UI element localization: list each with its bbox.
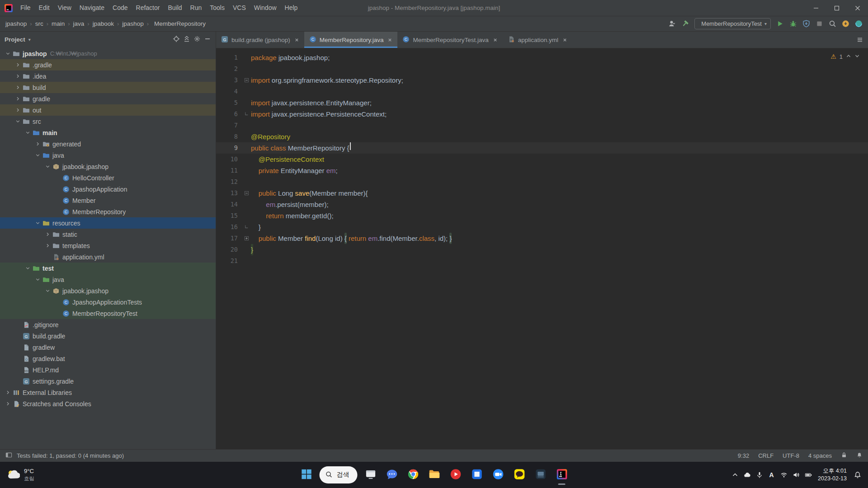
chevron-open-icon[interactable]: [14, 118, 22, 124]
chevron-open-icon[interactable]: [43, 288, 52, 294]
code-line-3[interactable]: 3import org.springframework.stereotype.R…: [216, 75, 868, 86]
maximize-button[interactable]: [826, 0, 847, 16]
menu-vcs[interactable]: VCS: [229, 0, 250, 16]
code-line-12[interactable]: 12: [216, 176, 868, 188]
next-problem-icon[interactable]: [854, 53, 860, 60]
taskbar-start[interactable]: [297, 464, 316, 486]
tree-item-application-yml[interactable]: application.yml: [0, 251, 216, 263]
code-line-9[interactable]: 9public class MemberRepository {: [216, 142, 868, 154]
code-line-6[interactable]: 6import javax.persistence.PersistenceCon…: [216, 108, 868, 120]
taskbar-clock[interactable]: 오후 4:01 2023-02-13: [818, 467, 847, 483]
code-line-8[interactable]: 8@Repository: [216, 131, 868, 142]
menu-view[interactable]: View: [54, 0, 75, 16]
breadcrumb-item-jpashop[interactable]: jpashop: [5, 20, 27, 27]
tree-item-resources[interactable]: resources: [0, 217, 216, 229]
minimize-button[interactable]: [806, 0, 826, 16]
tab-close-icon[interactable]: [387, 38, 392, 42]
code-line-11[interactable]: 11 private EntityManager em;: [216, 165, 868, 176]
chevron-open-icon[interactable]: [43, 164, 52, 169]
chevron-closed-icon[interactable]: [4, 389, 12, 395]
code-editor[interactable]: ⚠ 1 1package jpabook.jpashop;23import or…: [216, 48, 868, 449]
tree-item-hellocontroller[interactable]: CHelloController: [0, 172, 216, 183]
taskbar-window-app[interactable]: [361, 464, 380, 486]
gradient-button[interactable]: [855, 20, 863, 28]
tab-close-icon[interactable]: [294, 38, 299, 42]
tree-item-gradle[interactable]: gradle: [0, 93, 216, 104]
code-line-17[interactable]: 17 public Member find(Long id) { return …: [216, 233, 868, 244]
menu-help[interactable]: Help: [281, 0, 302, 16]
breadcrumb-item-src[interactable]: src: [35, 20, 43, 27]
menu-edit[interactable]: Edit: [35, 0, 54, 16]
code-line-2[interactable]: 2: [216, 63, 868, 75]
tree-item-memberrepository[interactable]: CMemberRepository: [0, 206, 216, 217]
tray-cloud-icon[interactable]: [741, 466, 753, 484]
chevron-closed-icon[interactable]: [14, 84, 22, 90]
chevron-closed-icon[interactable]: [14, 96, 22, 102]
menu-file[interactable]: File: [16, 0, 35, 16]
taskbar-zoom[interactable]: [489, 464, 508, 486]
tree-item-build[interactable]: build: [0, 82, 216, 93]
chevron-open-icon[interactable]: [33, 152, 42, 158]
build-button[interactable]: [681, 20, 689, 28]
breadcrumb-item-jpabook[interactable]: jpabook: [93, 20, 114, 27]
chevron-open-icon[interactable]: [33, 220, 42, 226]
tab-memberrepository-java[interactable]: CMemberRepository.java: [304, 32, 398, 48]
menu-tools[interactable]: Tools: [206, 0, 229, 16]
debug-button[interactable]: [789, 20, 797, 28]
tray-ime[interactable]: A: [765, 466, 778, 484]
tray-battery-icon[interactable]: [802, 466, 814, 484]
profile-button[interactable]: [668, 20, 676, 28]
tray-mic-icon[interactable]: [753, 466, 765, 484]
tree-item-generated[interactable]: generated: [0, 138, 216, 150]
prev-problem-icon[interactable]: [846, 53, 851, 60]
status-crlf[interactable]: CRLF: [758, 452, 774, 459]
tab-memberrepositorytest-java[interactable]: CMemberRepositoryTest.java: [397, 32, 502, 48]
chevron-closed-icon[interactable]: [4, 401, 12, 407]
chevron-closed-icon[interactable]: [14, 73, 22, 79]
status-utf-8[interactable]: UTF-8: [783, 452, 799, 459]
taskbar-blue-app[interactable]: [467, 464, 486, 486]
fold-end-icon[interactable]: [242, 108, 251, 120]
tree-item-jpabook-jpashop[interactable]: jpabook.jpashop: [0, 161, 216, 172]
code-line-13[interactable]: 13 public Long save(Member member){: [216, 188, 868, 199]
menu-run[interactable]: Run: [186, 0, 206, 16]
menu-navigate[interactable]: Navigate: [75, 0, 108, 16]
close-button[interactable]: [847, 0, 868, 16]
locate-icon[interactable]: [173, 35, 180, 44]
tree-item-jpashopapplication[interactable]: CJpashopApplication: [0, 183, 216, 195]
coverage-button[interactable]: [802, 20, 810, 28]
fold-plus-icon[interactable]: [242, 233, 251, 244]
tab-close-icon[interactable]: [493, 38, 498, 42]
code-line-7[interactable]: 7: [216, 120, 868, 131]
taskbar-search[interactable]: 검색: [320, 466, 358, 483]
run-button[interactable]: [776, 20, 784, 28]
tab-list-icon[interactable]: [856, 32, 868, 48]
fold-minus-icon[interactable]: [242, 75, 251, 86]
taskbar-youtube[interactable]: [446, 464, 465, 486]
notification-bell-icon[interactable]: [851, 466, 863, 484]
taskbar-chrome[interactable]: [404, 464, 423, 486]
tree-item-build-gradle[interactable]: Gbuild.gradle: [0, 330, 216, 342]
code-line-5[interactable]: 5import javax.persistence.EntityManager;: [216, 97, 868, 108]
code-line-10[interactable]: 10 @PersistenceContext: [216, 154, 868, 165]
code-line-14[interactable]: 14 em.persist(member);: [216, 199, 868, 210]
tree-item-java[interactable]: java: [0, 150, 216, 161]
code-line-20[interactable]: 20}: [216, 244, 868, 255]
tree-item-java[interactable]: java: [0, 274, 216, 285]
chevron-closed-icon[interactable]: [33, 141, 42, 147]
code-line-16[interactable]: 16 }: [216, 221, 868, 233]
tab-build-gradle-jpashop[interactable]: Gbuild.gradle (jpashop): [216, 32, 304, 48]
collapse-all-icon[interactable]: [183, 35, 190, 44]
update-button[interactable]: [842, 20, 849, 28]
taskbar-dark-monitor[interactable]: [531, 464, 550, 486]
status-9-32[interactable]: 9:32: [738, 452, 749, 459]
taskbar-kakaotalk[interactable]: [510, 464, 529, 486]
hide-icon[interactable]: [204, 35, 211, 44]
chevron-closed-icon[interactable]: [43, 231, 52, 237]
code-line-15[interactable]: 15 return member.getId();: [216, 210, 868, 221]
code-line-21[interactable]: 21: [216, 255, 868, 267]
tree-item-memberrepositorytest[interactable]: CMemberRepositoryTest: [0, 308, 216, 319]
taskbar-folder-explorer[interactable]: [425, 464, 444, 486]
code-line-4[interactable]: 4: [216, 86, 868, 97]
tree-item-member[interactable]: CMember: [0, 195, 216, 206]
